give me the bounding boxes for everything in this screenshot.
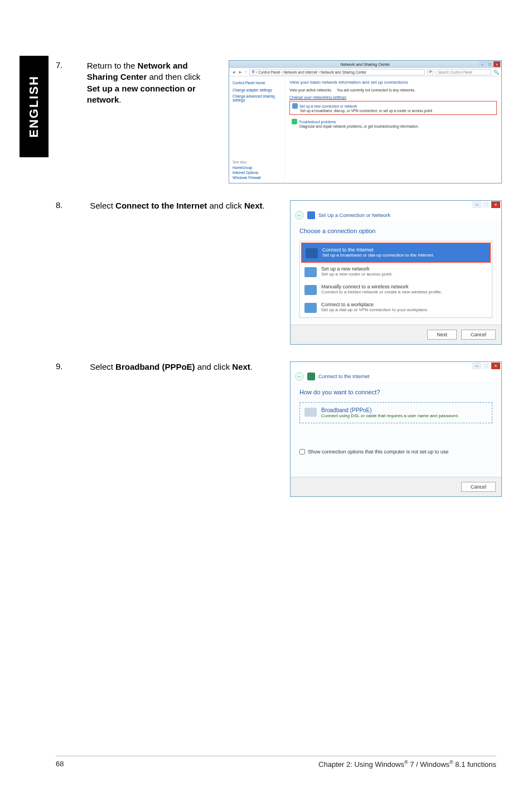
change-adapter-settings-link[interactable]: Change adapter settings <box>233 88 281 92</box>
refresh-icon[interactable]: ⟳ <box>427 69 433 75</box>
wizard-icon <box>307 373 315 380</box>
option-manual-wireless[interactable]: Manually connect to a wireless network C… <box>301 281 491 298</box>
homegroup-link[interactable]: HomeGroup <box>233 166 281 170</box>
content-area: 7. Return to the Network and Sharing Cen… <box>56 60 502 514</box>
workplace-icon <box>304 303 317 313</box>
troubleshoot-icon <box>292 119 297 124</box>
dialog-header: ← Set Up a Connection or Network <box>291 210 501 221</box>
page-number: 68 <box>56 760 64 769</box>
dialog-panel: How do you want to connect? Broadband (P… <box>291 382 501 477</box>
troubleshoot-item[interactable]: Troubleshoot problems Diagnose and repai… <box>289 117 497 130</box>
step-9-number: 9. <box>56 361 67 497</box>
right-panel: View your basic network information and … <box>285 76 501 183</box>
internet-options-link[interactable]: Internet Options <box>233 171 281 175</box>
connect-internet-dialog: – □ × ← Connect to the Internet How do y… <box>290 361 502 497</box>
step-7-number: 7. <box>56 60 65 183</box>
connection-icon <box>292 103 298 109</box>
chapter-title: Chapter 2: Using Windows® 7 / Windows® 8… <box>318 760 496 769</box>
router-icon <box>304 267 317 277</box>
wizard-icon <box>307 211 315 219</box>
panel-title: Choose a connection option <box>299 228 492 234</box>
step-8-number: 8. <box>56 200 67 345</box>
search-icon[interactable]: 🔍 <box>494 70 499 75</box>
search-input[interactable]: Search Control Panel <box>436 69 491 75</box>
dialog-header: ← Connect to the Internet <box>291 371 501 382</box>
option-broadband-pppoe[interactable]: Broadband (PPPoE) Connect using DSL or c… <box>299 402 492 423</box>
window-titlebar: Network and Sharing Center – □ × <box>229 61 501 68</box>
page-footer: 68 Chapter 2: Using Windows® 7 / Windows… <box>56 756 496 769</box>
show-options-checkbox-input[interactable] <box>299 449 305 455</box>
nav-back-icon[interactable]: ◄ <box>231 70 236 75</box>
step-8-text: Select Connect to the Internet and click… <box>90 200 268 345</box>
breadcrumb-path[interactable]: ⚙ › Control Panel › Network and Internet… <box>249 69 425 75</box>
change-advanced-sharing-link[interactable]: Change advanced sharing settings <box>233 94 281 102</box>
globe-icon <box>306 248 318 258</box>
minimize-button[interactable]: – <box>479 61 486 67</box>
step-8-figure: – □ × ← Set Up a Connection or Network C… <box>290 200 502 345</box>
step-9: 9. Select Broadband (PPPoE) and click Ne… <box>56 361 502 497</box>
panel-title: How do you want to connect? <box>299 389 492 395</box>
step-9-figure: – □ × ← Connect to the Internet How do y… <box>290 361 502 497</box>
dialog-footer: Next Cancel <box>291 325 501 344</box>
language-tab-text: ENGLISH <box>27 75 41 138</box>
nav-up-icon[interactable]: ↑ <box>245 70 247 75</box>
maximize-button[interactable]: □ <box>482 201 491 208</box>
step-8: 8. Select Connect to the Internet and cl… <box>56 200 502 345</box>
change-settings-heading: Change your networking settings <box>289 95 497 99</box>
option-connect-workplace[interactable]: Connect to a workplace Set up a dial-up … <box>301 298 491 316</box>
window-title: Network and Sharing Center <box>341 62 390 66</box>
control-panel-home-link[interactable]: Control Panel Home <box>233 81 281 85</box>
step-7: 7. Return to the Network and Sharing Cen… <box>56 60 502 183</box>
dialog-title: Connect to the Internet <box>318 374 370 379</box>
dialog-titlebar: – □ × <box>291 201 501 210</box>
nav-forward-icon[interactable]: ► <box>238 70 243 75</box>
dialog-titlebar: – □ × <box>291 362 501 371</box>
cancel-button[interactable]: Cancel <box>461 482 496 492</box>
active-networks-label: View your active networks <box>289 88 331 92</box>
left-panel: Control Panel Home Change adapter settin… <box>229 76 285 183</box>
option-connect-internet[interactable]: Connect to the Internet Set up a broadba… <box>301 243 491 263</box>
dialog-footer: Cancel <box>291 477 501 496</box>
option-setup-new-network[interactable]: Set up a new network Set up a new router… <box>301 263 491 281</box>
close-button[interactable]: × <box>491 363 500 369</box>
maximize-button[interactable]: □ <box>486 61 493 67</box>
minimize-button[interactable]: – <box>472 201 481 208</box>
cancel-button[interactable]: Cancel <box>461 330 496 340</box>
step-7-figure: Network and Sharing Center – □ × ◄ ► ↑ ⚙ <box>229 60 502 183</box>
close-button[interactable]: × <box>494 61 500 67</box>
setup-new-connection-item[interactable]: Set up a new connection or network Set u… <box>289 101 497 115</box>
next-button[interactable]: Next <box>427 330 457 340</box>
close-button[interactable]: × <box>491 201 500 208</box>
step-7-text: Return to the Network and Sharing Center… <box>87 60 206 183</box>
back-button[interactable]: ← <box>295 372 304 381</box>
windows-firewall-link[interactable]: Windows Firewall <box>233 176 281 180</box>
network-sharing-center-window: Network and Sharing Center – □ × ◄ ► ↑ ⚙ <box>229 60 502 183</box>
wireless-icon <box>304 285 317 295</box>
dialog-panel: Choose a connection option Connect to th… <box>291 221 501 325</box>
dialog-title: Set Up a Connection or Network <box>318 212 390 218</box>
broadband-icon <box>304 408 317 417</box>
show-options-checkbox[interactable]: Show connection options that this comput… <box>299 449 492 455</box>
back-button[interactable]: ← <box>295 211 304 220</box>
main-heading: View your basic network information and … <box>289 80 497 85</box>
maximize-button[interactable]: □ <box>482 363 491 369</box>
minimize-button[interactable]: – <box>472 363 481 369</box>
step-9-text: Select Broadband (PPPoE) and click Next. <box>90 361 268 497</box>
see-also-heading: See also <box>233 160 281 164</box>
language-tab: ENGLISH <box>20 56 49 157</box>
setup-connection-dialog: – □ × ← Set Up a Connection or Network C… <box>290 200 502 345</box>
breadcrumb-bar: ◄ ► ↑ ⚙ › Control Panel › Network and In… <box>229 68 501 76</box>
active-networks-text: You are currently not connected to any n… <box>337 88 415 92</box>
